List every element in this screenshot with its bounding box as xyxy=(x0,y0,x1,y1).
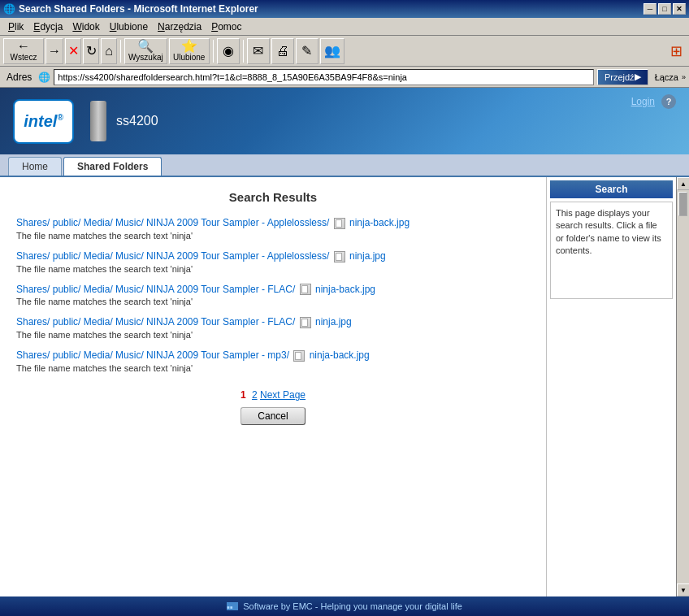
window-title: Search Shared Folders - Microsoft Intern… xyxy=(19,3,258,15)
scroll-bar[interactable]: ▲ ▼ xyxy=(676,177,689,596)
path-public-4[interactable]: public xyxy=(53,316,78,328)
path-file-4[interactable]: ninja.jpg xyxy=(315,316,352,328)
help-button[interactable]: ? xyxy=(661,94,676,109)
links-button[interactable]: Łącza xyxy=(655,72,678,82)
tab-shared-folders[interactable]: Shared Folders xyxy=(63,157,162,176)
menu-ulubione[interactable]: Ulubione xyxy=(105,20,153,34)
result-path-5: Shares/ public/ Media/ Music/ NINJA 2009… xyxy=(16,349,530,362)
media-button[interactable]: ◉ xyxy=(217,38,240,64)
refresh-button[interactable]: ↻ xyxy=(83,38,99,64)
search-button[interactable]: 🔍 Wyszukaj xyxy=(124,38,167,64)
nav-tabs: Home Shared Folders xyxy=(0,154,689,177)
path-album-1[interactable]: NINJA 2009 Tour Sampler - Applelossless xyxy=(146,217,327,228)
path-public-5[interactable]: public xyxy=(53,349,78,361)
stop-button[interactable]: ✕ xyxy=(65,38,81,64)
path-album-4[interactable]: NINJA 2009 Tour Sampler - FLAC xyxy=(146,316,292,328)
result-desc-4: The file name matches the search text 'n… xyxy=(16,330,530,340)
sidebar-search-title: Search xyxy=(550,180,673,198)
print-button[interactable]: 🖨 xyxy=(271,38,294,64)
path-shares-1[interactable]: Shares xyxy=(16,217,47,228)
path-shares-2[interactable]: Shares xyxy=(16,250,47,262)
path-music-1[interactable]: Music xyxy=(115,217,141,228)
scroll-down-button[interactable]: ▼ xyxy=(677,583,689,596)
result-path-4: Shares/ public/ Media/ Music/ NINJA 2009… xyxy=(16,316,530,328)
title-bar: 🌐 Search Shared Folders - Microsoft Inte… xyxy=(0,0,689,18)
back-button[interactable]: ← Wstecz xyxy=(3,38,44,64)
path-public-2[interactable]: public xyxy=(53,250,78,262)
menu-edycja[interactable]: Edycja xyxy=(28,20,67,34)
scroll-thumb[interactable] xyxy=(678,192,687,216)
path-music-5[interactable]: Music xyxy=(115,349,141,361)
menu-bar: Plik Edycja Widok Ulubione Narzędzia Pom… xyxy=(0,18,689,36)
sidebar: Search This page displays your search re… xyxy=(546,177,676,596)
address-label: Adres xyxy=(3,72,35,83)
path-album-2[interactable]: NINJA 2009 Tour Sampler - Applelossless xyxy=(146,250,327,262)
path-media-4[interactable]: Media xyxy=(84,316,110,328)
home-button[interactable]: ⌂ xyxy=(101,38,117,64)
current-page: 1 xyxy=(240,389,246,401)
go-button[interactable]: Przejdź ▶ xyxy=(597,69,648,85)
result-desc-3: The file name matches the search text 'n… xyxy=(16,297,530,306)
result-desc-5: The file name matches the search text 'n… xyxy=(16,363,530,373)
login-link[interactable]: Login xyxy=(631,96,655,107)
path-media-5[interactable]: Media xyxy=(84,349,110,361)
path-media-2[interactable]: Media xyxy=(84,250,110,262)
path-file-2[interactable]: ninja.jpg xyxy=(349,250,386,262)
file-icon-2 xyxy=(334,251,345,262)
menu-pomoc[interactable]: Pomoc xyxy=(206,20,246,34)
main-content: Search Results Shares/ public/ Media/ Mu… xyxy=(0,177,689,596)
path-file-5[interactable]: ninja-back.jpg xyxy=(310,349,370,361)
path-media-1[interactable]: Media xyxy=(84,217,110,228)
tab-shared-folders-label: Shared Folders xyxy=(77,161,148,172)
edit-button[interactable]: ✎ xyxy=(296,38,318,64)
path-shares-3[interactable]: Shares xyxy=(16,284,47,295)
intel-logo: intel® xyxy=(13,99,74,144)
mail-button[interactable]: ✉ xyxy=(247,38,270,64)
discuss-button[interactable]: 👥 xyxy=(320,38,344,64)
next-page-link[interactable]: Next Page xyxy=(260,389,306,401)
menu-plik[interactable]: Plik xyxy=(3,20,28,34)
forward-icon: → xyxy=(48,45,61,58)
browser-icon: 🌐 xyxy=(3,3,15,15)
path-file-3[interactable]: ninja-back.jpg xyxy=(315,284,375,295)
file-icon-1 xyxy=(334,218,345,229)
result-item-5: Shares/ public/ Media/ Music/ NINJA 2009… xyxy=(16,349,530,373)
path-album-3[interactable]: NINJA 2009 Tour Sampler - FLAC xyxy=(146,284,292,295)
result-item-2: Shares/ public/ Media/ Music/ NINJA 2009… xyxy=(16,250,530,274)
result-path-2: Shares/ public/ Media/ Music/ NINJA 2009… xyxy=(16,250,530,262)
menu-widok[interactable]: Widok xyxy=(67,20,104,34)
outer-wrapper: intel® ss4200 Login ? Home Shared Folder… xyxy=(0,88,689,616)
path-shares-5[interactable]: Shares xyxy=(16,349,47,361)
address-input[interactable] xyxy=(54,69,594,85)
cancel-button[interactable]: Cancel xyxy=(240,407,305,425)
path-file-1[interactable]: ninja-back.jpg xyxy=(349,217,410,228)
edit-icon: ✎ xyxy=(301,45,312,58)
cancel-btn-wrap: Cancel xyxy=(16,407,530,425)
toolbar: ← Wstecz → ✕ ↻ ⌂ 🔍 Wyszukaj ⭐ Ulubione ◉… xyxy=(0,36,689,67)
path-album-5[interactable]: NINJA 2009 Tour Sampler - mp3 xyxy=(146,349,287,361)
path-shares-4[interactable]: Shares xyxy=(16,316,47,328)
path-music-4[interactable]: Music xyxy=(115,316,141,328)
path-music-3[interactable]: Music xyxy=(115,284,141,295)
menu-narzedzia[interactable]: Narzędzia xyxy=(153,20,206,34)
path-public-1[interactable]: public xyxy=(53,217,78,228)
toolbar-separator-3 xyxy=(243,40,244,63)
path-music-2[interactable]: Music xyxy=(115,250,141,262)
page-2-link[interactable]: 2 xyxy=(252,389,258,401)
favorites-button[interactable]: ⭐ Ulubione xyxy=(169,38,210,64)
forward-button[interactable]: → xyxy=(46,38,63,64)
path-media-3[interactable]: Media xyxy=(84,284,110,295)
maximize-button[interactable]: □ xyxy=(658,3,671,15)
device-name: ss4200 xyxy=(116,114,158,128)
close-button[interactable]: ✕ xyxy=(673,3,686,15)
result-item-4: Shares/ public/ Media/ Music/ NINJA 2009… xyxy=(16,316,530,340)
scroll-up-button[interactable]: ▲ xyxy=(677,177,689,190)
minimize-button[interactable]: ─ xyxy=(644,3,656,15)
scroll-track[interactable] xyxy=(677,190,689,583)
tab-home[interactable]: Home xyxy=(8,157,62,176)
content-area: Search Results Shares/ public/ Media/ Mu… xyxy=(0,177,546,596)
path-public-3[interactable]: public xyxy=(53,284,78,295)
file-icon-4 xyxy=(300,317,311,328)
toolbar-separator-2 xyxy=(213,40,214,63)
media-icon: ◉ xyxy=(223,45,234,58)
